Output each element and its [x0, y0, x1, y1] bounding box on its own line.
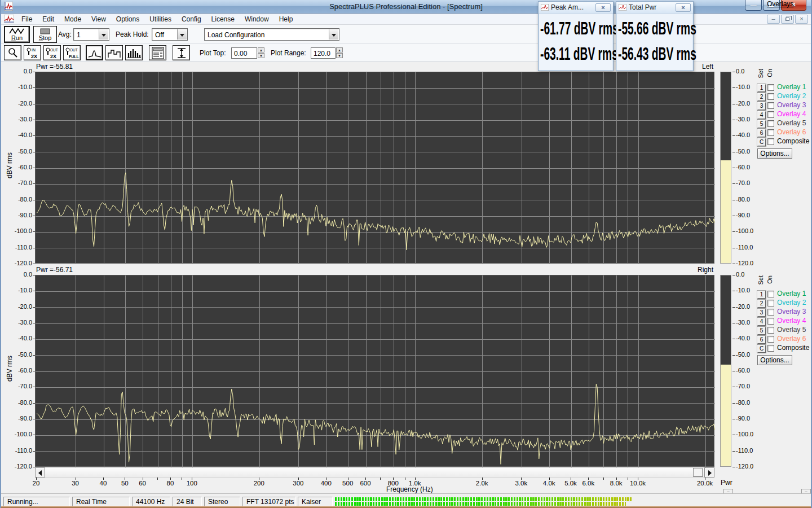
peak-amplitude-titlebar[interactable]: Peak Am... × — [539, 2, 613, 14]
step-plot-mode-button[interactable] — [105, 45, 123, 60]
overlay-on-checkbox-C[interactable] — [767, 138, 774, 145]
menu-window[interactable]: Window — [240, 14, 274, 24]
load-configuration-select[interactable]: Load Configuration — [204, 28, 339, 41]
zoom-button[interactable] — [4, 45, 21, 60]
total-power-close-button[interactable]: × — [676, 3, 691, 12]
menu-mode[interactable]: Mode — [59, 14, 86, 24]
peak-hold-select[interactable]: Off — [152, 28, 188, 41]
scroll-left-button[interactable] — [35, 467, 45, 478]
zoom-out-2x-button[interactable]: OUT2X — [43, 45, 61, 60]
overlay-on-checkbox-6[interactable] — [767, 129, 774, 136]
svg-text:OUT: OUT — [70, 48, 78, 52]
overlay-options-button[interactable]: Options... — [757, 355, 792, 365]
y-tick-mark — [732, 200, 735, 200]
overlay-options-button[interactable]: Options... — [757, 148, 792, 159]
overlay-set-button-2[interactable]: 2 — [757, 300, 766, 308]
overlay-set-button-5[interactable]: 5 — [757, 120, 766, 128]
svg-text:FULL: FULL — [69, 55, 80, 59]
avg-select-arrow[interactable] — [99, 29, 108, 40]
avg-select[interactable]: 1 — [73, 28, 109, 41]
bar-plot-mode-button[interactable] — [125, 45, 143, 60]
overlay-label: Overlay 6 — [777, 335, 806, 343]
line-plot-mode-button[interactable] — [86, 45, 103, 60]
overlay-on-checkbox-4[interactable] — [767, 318, 774, 325]
overlay-set-button-1[interactable]: 1 — [757, 291, 766, 299]
plot-top-input[interactable]: 0.00 — [231, 47, 257, 59]
zoom-in-2x-button[interactable]: IN2X — [24, 45, 41, 60]
spectrum-plot-left[interactable] — [35, 72, 714, 264]
plot-range-spinner[interactable]: ▲▼ — [336, 47, 343, 59]
x-tick-label: 600 — [353, 480, 378, 487]
peak-hold-select-arrow[interactable] — [177, 29, 187, 40]
y-tick-mark — [732, 387, 735, 387]
plot-top-label: Plot Top: — [200, 49, 226, 57]
mdi-restore-button[interactable] — [781, 15, 794, 24]
overlay-on-checkbox-2[interactable] — [767, 93, 774, 100]
overlay-on-checkbox-6[interactable] — [767, 336, 774, 343]
zoom-out-full-button[interactable]: OUTFULL — [63, 45, 81, 60]
overlay-on-checkbox-1[interactable] — [767, 291, 774, 297]
scroll-right-button[interactable] — [704, 467, 714, 478]
menu-license[interactable]: License — [206, 14, 240, 24]
overlay-set-button-3[interactable]: 3 — [757, 102, 766, 110]
menu-utilities[interactable]: Utilities — [144, 14, 176, 24]
mdi-close-button[interactable]: × — [795, 15, 808, 24]
y-tick-label: -80.0 — [736, 399, 750, 406]
amplitude-scale-button[interactable] — [173, 45, 190, 60]
menu-view[interactable]: View — [86, 14, 111, 24]
overlay-set-button-6[interactable]: 6 — [757, 336, 766, 344]
stop-button[interactable]: Stop — [33, 26, 57, 43]
mdi-minimize-button[interactable]: – — [767, 15, 780, 24]
display-options-button[interactable] — [149, 45, 166, 60]
overlay-set-button-2[interactable]: 2 — [757, 93, 766, 101]
overlay-label: Overlay 2 — [777, 299, 806, 306]
peak-amplitude-window: Peak Am... × -61.77 dBV rms -63.11 dBV r… — [538, 1, 614, 71]
menu-edit[interactable]: Edit — [37, 14, 59, 24]
overlay-on-checkbox-3[interactable] — [767, 309, 774, 316]
overlay-set-button-C[interactable]: C — [757, 138, 766, 146]
peak-hold-label: Peak Hold: — [116, 30, 149, 38]
plot-range-input[interactable]: 120.0 — [311, 47, 336, 59]
overlay-set-button-5[interactable]: 5 — [757, 327, 766, 335]
scrollbar-thumb[interactable] — [693, 468, 703, 477]
overlay-set-button-4[interactable]: 4 — [757, 111, 766, 119]
overlay-set-button-1[interactable]: 1 — [757, 84, 766, 92]
minimize-button[interactable]: — — [745, 0, 762, 11]
y-tick-mark — [33, 355, 35, 356]
menu-config[interactable]: Config — [176, 14, 206, 24]
overlay-on-checkbox-C[interactable] — [767, 345, 774, 352]
overlay-set-button-C[interactable]: C — [757, 345, 766, 353]
overlay-on-checkbox-2[interactable] — [767, 300, 774, 306]
y-tick-label: -120.0 — [1, 260, 32, 266]
overlay-on-checkbox-4[interactable] — [767, 111, 774, 118]
status-fft-size: FFT 131072 pts — [242, 497, 295, 506]
total-power-titlebar[interactable]: Total Pwr × — [616, 2, 693, 14]
menu-help[interactable]: Help — [274, 14, 298, 24]
overlay-set-button-3[interactable]: 3 — [757, 309, 766, 317]
menu-items: FileEditModeViewOptionsUtilitiesConfigLi… — [16, 14, 298, 24]
load-configuration-arrow[interactable] — [329, 29, 338, 40]
x-tick-label: 10.0k — [625, 480, 650, 487]
overlay-on-checkbox-3[interactable] — [767, 102, 774, 109]
overlay-set-button-6[interactable]: 6 — [757, 129, 766, 137]
total-power-title: Total Pwr — [629, 3, 656, 11]
overlay-on-checkbox-1[interactable] — [767, 84, 774, 91]
frequency-scrollbar[interactable] — [35, 467, 714, 478]
overlay-on-checkbox-5[interactable] — [767, 120, 774, 127]
plot1-channel-label: Left — [702, 63, 713, 71]
y-tick-label: -110.0 — [736, 447, 753, 454]
menu-options[interactable]: Options — [111, 14, 144, 24]
y-tick-mark — [33, 435, 35, 435]
y-tick-mark — [732, 135, 735, 136]
arrow-right-icon — [708, 470, 712, 476]
overlay-on-checkbox-5[interactable] — [767, 327, 774, 334]
menu-file[interactable]: File — [16, 14, 37, 24]
run-button[interactable]: Run — [4, 26, 30, 43]
peak-amplitude-close-button[interactable]: × — [595, 3, 611, 12]
spectrum-plot-right[interactable] — [35, 275, 714, 467]
plot-top-spinner[interactable]: ▲▼ — [258, 47, 264, 59]
status-run-state: Running... — [3, 497, 70, 506]
y-tick-label: -80.0 — [1, 399, 32, 406]
svg-text:2X: 2X — [50, 54, 56, 59]
overlay-set-button-4[interactable]: 4 — [757, 318, 766, 326]
